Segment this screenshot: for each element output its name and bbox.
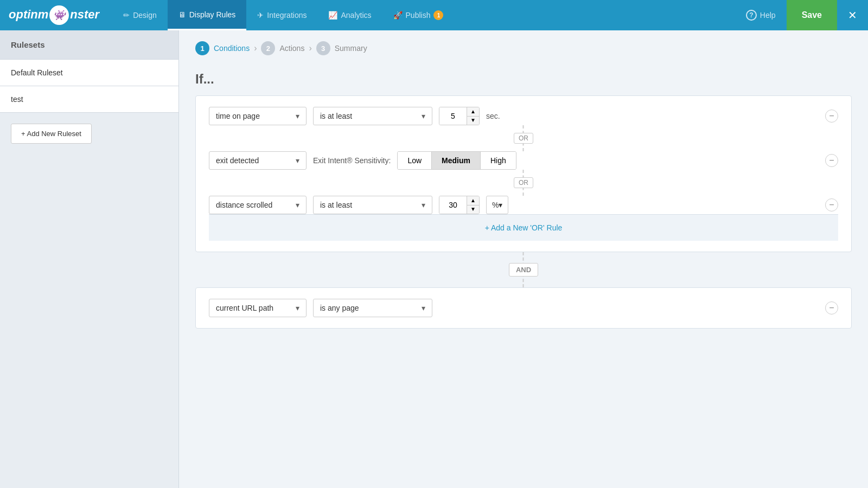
step-3-label: Summary (335, 44, 367, 53)
sidebar: Rulesets Default Ruleset test + Add New … (0, 30, 179, 488)
condition-select-1[interactable]: time on page ▾ (209, 107, 307, 125)
or-badge-1: OR (514, 133, 533, 144)
operator-select-4[interactable]: is any page ▾ (313, 299, 432, 317)
number-input-wrap-1: ▲ ▼ (439, 107, 480, 125)
condition-select-2[interactable]: exit detected ▾ (209, 151, 307, 170)
or-separator-1: OR (209, 125, 838, 151)
spin-down-3[interactable]: ▼ (467, 206, 479, 214)
nav-analytics[interactable]: 📈 Analytics (317, 0, 382, 30)
nav-display-rules[interactable]: 🖥 Display Rules (168, 0, 247, 30)
spin-btns-3: ▲ ▼ (467, 196, 479, 214)
nav-design-label: Design (133, 11, 157, 20)
analytics-icon: 📈 (328, 11, 337, 20)
step-2-num: 2 (261, 41, 275, 55)
sensitivity-toggle-group: Low Medium High (397, 151, 516, 170)
percent-value: % (492, 201, 499, 209)
condition-select-3[interactable]: distance scrolled ▾ (209, 196, 307, 214)
logo: optinm👾nster (9, 5, 99, 25)
integrations-icon: ✈ (257, 11, 264, 20)
condition-value-4: current URL path (216, 304, 273, 312)
save-button[interactable]: Save (787, 0, 837, 30)
spin-up-1[interactable]: ▲ (467, 107, 479, 117)
spin-up-3[interactable]: ▲ (467, 196, 479, 206)
or-separator-2: OR (209, 170, 838, 196)
chevron-down-icon-1: ▾ (296, 112, 299, 120)
help-button[interactable]: ? Help (735, 0, 787, 30)
condition-value-1: time on page (216, 112, 260, 120)
nav-integrations[interactable]: ✈ Integrations (246, 0, 317, 30)
chevron-down-icon-2: ▾ (422, 112, 425, 120)
step-actions[interactable]: 2 Actions (261, 41, 304, 55)
step-arrow-1: › (254, 43, 257, 53)
rule-row-2: exit detected ▾ Exit Intent® Sensitivity… (209, 151, 838, 170)
step-conditions[interactable]: 1 Conditions (195, 41, 250, 55)
chevron-down-icon-7: ▾ (296, 304, 299, 312)
sensitivity-low[interactable]: Low (398, 152, 432, 169)
operator-value-1: is at least (320, 112, 352, 120)
chevron-down-icon-5: ▾ (422, 201, 425, 209)
operator-value-3: is at least (320, 201, 352, 209)
condition-select-4[interactable]: current URL path ▾ (209, 299, 307, 317)
chevron-down-icon-4: ▾ (296, 201, 299, 209)
add-or-rule-button[interactable]: + Add a New 'OR' Rule (209, 214, 838, 241)
rule-row-3: distance scrolled ▾ is at least ▾ ▲ ▼ % (209, 196, 838, 214)
nav-bar: ✏ Design 🖥 Display Rules ✈ Integrations … (112, 0, 735, 30)
step-1-num: 1 (195, 41, 209, 55)
sidebar-title: Rulesets (0, 30, 178, 60)
step-1-label: Conditions (214, 44, 250, 53)
unit-label-1: sec. (486, 112, 500, 120)
publish-badge: 1 (433, 10, 443, 20)
step-3-num: 3 (316, 41, 330, 55)
remove-rule-3[interactable]: − (825, 198, 838, 211)
chevron-down-icon-6: ▾ (499, 201, 502, 209)
remove-rule-2[interactable]: − (825, 154, 838, 167)
if-label: If... (195, 72, 852, 87)
chevron-down-icon-8: ▾ (422, 304, 425, 312)
chevron-down-icon-3: ▾ (296, 156, 299, 165)
or-badge-2: OR (514, 177, 533, 188)
design-icon: ✏ (123, 11, 130, 20)
rule-row-4: current URL path ▾ is any page ▾ − (209, 299, 838, 317)
nav-design[interactable]: ✏ Design (112, 0, 168, 30)
operator-select-1[interactable]: is at least ▾ (313, 107, 432, 125)
and-separator: AND (195, 252, 852, 287)
step-summary[interactable]: 3 Summary (316, 41, 367, 55)
spin-down-1[interactable]: ▼ (467, 117, 479, 125)
sidebar-item-default-ruleset[interactable]: Default Ruleset (0, 60, 178, 86)
main-content: 1 Conditions › 2 Actions › 3 Summary If.… (179, 30, 868, 488)
and-badge: AND (509, 263, 538, 277)
rule-block-2: current URL path ▾ is any page ▾ − (195, 287, 852, 329)
logo-text: optinm👾nster (9, 5, 99, 25)
display-rules-icon: 🖥 (178, 10, 186, 19)
steps-bar: 1 Conditions › 2 Actions › 3 Summary (195, 41, 852, 55)
operator-value-4: is any page (320, 304, 359, 312)
percent-select[interactable]: % ▾ (486, 196, 508, 214)
nav-analytics-label: Analytics (341, 11, 371, 20)
add-ruleset-button[interactable]: + Add New Ruleset (11, 124, 92, 144)
step-arrow-2: › (309, 43, 311, 53)
close-button[interactable]: ✕ (837, 0, 868, 30)
step-2-label: Actions (279, 44, 304, 53)
remove-rule-4[interactable]: − (825, 301, 838, 314)
publish-icon: 🚀 (393, 11, 403, 20)
nav-integrations-label: Integrations (267, 11, 307, 20)
number-input-1[interactable] (439, 107, 467, 125)
app-body: Rulesets Default Ruleset test + Add New … (0, 30, 868, 488)
operator-select-3[interactable]: is at least ▾ (313, 196, 432, 214)
number-input-wrap-3: ▲ ▼ (439, 196, 480, 214)
nav-publish[interactable]: 🚀 Publish 1 (382, 0, 455, 30)
sensitivity-medium[interactable]: Medium (432, 152, 481, 169)
rule-block-1: time on page ▾ is at least ▾ ▲ ▼ sec. − (195, 95, 852, 252)
sidebar-item-test[interactable]: test (0, 86, 178, 113)
logo-icon: 👾 (49, 5, 69, 25)
help-label: Help (760, 11, 776, 20)
number-input-3[interactable] (439, 196, 467, 214)
nav-right: ? Help Save ✕ (735, 0, 868, 30)
remove-rule-1[interactable]: − (825, 110, 838, 123)
nav-display-rules-label: Display Rules (189, 10, 236, 19)
help-icon: ? (746, 10, 757, 21)
condition-value-3: distance scrolled (216, 201, 272, 209)
sensitivity-high[interactable]: High (481, 152, 516, 169)
condition-value-2: exit detected (216, 156, 259, 165)
rule-row-1: time on page ▾ is at least ▾ ▲ ▼ sec. − (209, 107, 838, 125)
